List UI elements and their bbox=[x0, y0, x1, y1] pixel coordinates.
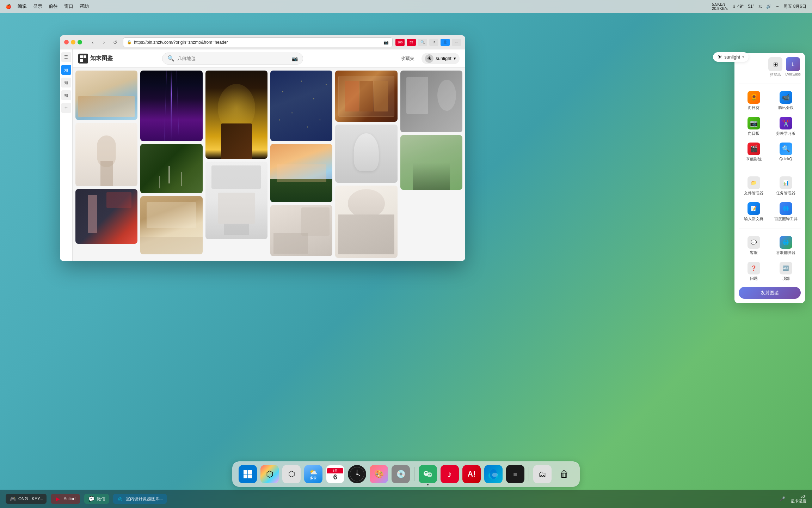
panel-item-top[interactable]: 🔤 顶部 bbox=[771, 260, 801, 283]
sidebar-add-icon[interactable]: + bbox=[61, 103, 71, 113]
address-bar[interactable]: 🔒 https://pin.znztv.com/?origin=znzmo&fr… bbox=[123, 37, 393, 47]
image-grid-scroll[interactable] bbox=[73, 68, 465, 261]
dock-item-edge[interactable] bbox=[484, 464, 503, 484]
lyncease-btn[interactable]: L LyncEase bbox=[785, 57, 801, 77]
panel-item-taskmanager[interactable]: 📊 任务管理器 bbox=[771, 174, 801, 198]
ext-btn-2[interactable]: 55 bbox=[407, 39, 416, 46]
dock-item-colorui[interactable]: 🎨 bbox=[369, 464, 389, 484]
taskbar-item-wechat[interactable]: 💬 微信 bbox=[84, 494, 109, 504]
taskbar-item-browser[interactable]: ◎ 室内设计灵感图库... bbox=[113, 494, 167, 504]
apple-menu[interactable]: 🍎 bbox=[6, 4, 11, 9]
panel-item-support[interactable]: 💬 客服 bbox=[739, 234, 769, 258]
list-item[interactable] bbox=[140, 71, 202, 141]
browser-content: ☰ 知 知 知 + 知末图鉴 🔍 📷 bbox=[60, 49, 465, 261]
maximize-button[interactable] bbox=[78, 40, 82, 44]
panel-item-translate[interactable]: 🌐 百度翻译工具 bbox=[771, 200, 801, 224]
dock-item-launchpad[interactable]: ⬡ bbox=[260, 464, 279, 484]
dock-item-trash[interactable]: 🗑 bbox=[554, 464, 574, 484]
list-item[interactable] bbox=[75, 189, 137, 244]
panel-item-browser-ext[interactable]: 🌐 谷歌翻腾器 bbox=[771, 234, 801, 258]
panel-item-cinema[interactable]: 🎬 享廳影院 bbox=[739, 140, 769, 164]
search-input[interactable] bbox=[177, 56, 289, 61]
ext-btn-1[interactable]: 100 bbox=[395, 39, 405, 46]
taskbar-item-game[interactable]: 🎮 ONG - KEY... bbox=[6, 494, 47, 504]
svg-point-12 bbox=[427, 472, 432, 477]
expand-panel-btn[interactable]: ⊞ 拓展坞 bbox=[768, 57, 782, 77]
volume-icon[interactable]: 🔊 bbox=[766, 4, 771, 9]
list-item[interactable] bbox=[140, 196, 202, 254]
camera-icon: 📷 bbox=[383, 40, 389, 45]
wifi-icon[interactable]: ⇆ bbox=[758, 4, 762, 9]
panel-item-quickq[interactable]: 🔍 QuickQ bbox=[771, 140, 801, 164]
list-item[interactable] bbox=[270, 144, 332, 202]
panel-item-help[interactable]: ❓ 问题 bbox=[739, 260, 769, 283]
dock-item-diskutil[interactable]: 💿 bbox=[391, 464, 411, 484]
list-item[interactable] bbox=[270, 71, 332, 141]
list-item[interactable] bbox=[140, 144, 202, 193]
menu-edit[interactable]: 编辑 bbox=[18, 3, 27, 10]
menu-display[interactable]: 显示 bbox=[33, 3, 42, 10]
panel-item-jianying[interactable]: ✂️ 剪映学习版 bbox=[771, 115, 801, 138]
forward-button[interactable]: › bbox=[99, 37, 109, 47]
dock-item-black[interactable]: ■ bbox=[505, 464, 525, 484]
sidebar-icon-2[interactable]: 知 bbox=[61, 78, 71, 87]
list-item[interactable] bbox=[335, 71, 397, 122]
dock-item-weather[interactable]: ⛅ 多云 bbox=[303, 464, 323, 484]
list-item[interactable] bbox=[335, 125, 397, 183]
panel-cta-button[interactable]: 发射图鉴 bbox=[739, 287, 801, 299]
dock-item-notes[interactable]: A! bbox=[462, 464, 481, 484]
taskbar: 🎮 ONG - KEY... ▶ Action! 💬 微信 ◎ 室内设计灵感图库… bbox=[0, 490, 812, 508]
list-item[interactable] bbox=[400, 71, 462, 132]
dock-item-finder2[interactable]: 🗂 bbox=[533, 464, 552, 484]
ext-btn-5[interactable]: 👤 bbox=[441, 39, 450, 46]
dock-item-wechat[interactable] bbox=[418, 464, 438, 484]
panel-grid: 🌻 向日葵 📹 腾讯会议 📷 向日报 ✂️ 剪映学习版 🎬 享廳影院 🔍 Qui… bbox=[739, 89, 801, 164]
sidebar-icon-3[interactable]: 知 bbox=[61, 90, 71, 100]
minimize-button[interactable] bbox=[71, 40, 75, 44]
list-item[interactable] bbox=[75, 71, 137, 120]
mic-icon[interactable]: 🎤 bbox=[780, 496, 785, 501]
url-text: https://pin.znztv.com/?origin=znzmo&from… bbox=[134, 40, 381, 45]
svg-rect-1 bbox=[84, 55, 86, 58]
list-item[interactable] bbox=[270, 205, 332, 256]
sidebar-icon-1[interactable]: 知 bbox=[61, 65, 71, 75]
svg-rect-2 bbox=[80, 59, 83, 62]
close-button[interactable] bbox=[64, 40, 69, 44]
ext-btn-3[interactable]: 🔍 bbox=[418, 39, 427, 46]
dock-item-clock[interactable] bbox=[347, 464, 367, 484]
panel-item-xrj[interactable]: 🌻 向日葵 bbox=[739, 89, 769, 113]
menu-help[interactable]: 帮助 bbox=[80, 3, 89, 10]
list-item[interactable] bbox=[400, 135, 462, 190]
dock-item-launchpad2[interactable]: ⬡ bbox=[282, 464, 301, 484]
menubar-right: 5.5KB/s20.9KB/s 🌡 49° 51° ⇆ 🔊 ··· 周五 8月6… bbox=[712, 2, 806, 11]
panel-item-input[interactable]: 📝 输入新文典 bbox=[739, 200, 769, 224]
taskbar-item-action[interactable]: ▶ Action! bbox=[51, 494, 80, 504]
dock-item-calendar[interactable]: 8月 6 bbox=[325, 464, 345, 484]
dock-item-windows[interactable] bbox=[238, 464, 258, 484]
dock-item-music[interactable]: ♪ bbox=[440, 464, 460, 484]
list-item[interactable] bbox=[75, 123, 137, 186]
panel-item-tencent-meeting[interactable]: 📹 腾讯会议 bbox=[771, 89, 801, 113]
taskbar-right: 🎤 50° 显卡温度 bbox=[780, 494, 806, 504]
list-item[interactable] bbox=[335, 186, 397, 258]
panel-item-xrb[interactable]: 📷 向日报 bbox=[739, 115, 769, 138]
svg-rect-0 bbox=[80, 55, 83, 58]
sunlight-user-badge[interactable]: ☀ sunlight ▾ bbox=[713, 52, 749, 62]
sidebar-menu-icon[interactable]: ☰ bbox=[61, 52, 71, 62]
camera-search-icon[interactable]: 📷 bbox=[292, 56, 298, 61]
list-item[interactable] bbox=[205, 71, 267, 159]
ext-btn-4[interactable]: ↺ bbox=[429, 39, 438, 46]
menu-extras[interactable]: ··· bbox=[776, 4, 779, 9]
window-controls bbox=[64, 40, 82, 44]
menu-window[interactable]: 窗口 bbox=[64, 3, 73, 10]
svg-rect-6 bbox=[248, 474, 252, 478]
more-button[interactable]: ··· bbox=[452, 39, 461, 46]
search-bar[interactable]: 🔍 📷 bbox=[162, 53, 303, 65]
favorites-btn[interactable]: 收藏夹 bbox=[398, 54, 417, 63]
panel-item-filemanager[interactable]: 📁 文件管理器 bbox=[739, 174, 769, 198]
list-item[interactable] bbox=[205, 162, 267, 239]
menu-goto[interactable]: 前往 bbox=[49, 3, 58, 10]
back-button[interactable]: ‹ bbox=[88, 37, 98, 47]
refresh-button[interactable]: ↺ bbox=[110, 37, 120, 47]
user-dropdown[interactable]: ☀ sunlight ▾ bbox=[422, 53, 460, 64]
